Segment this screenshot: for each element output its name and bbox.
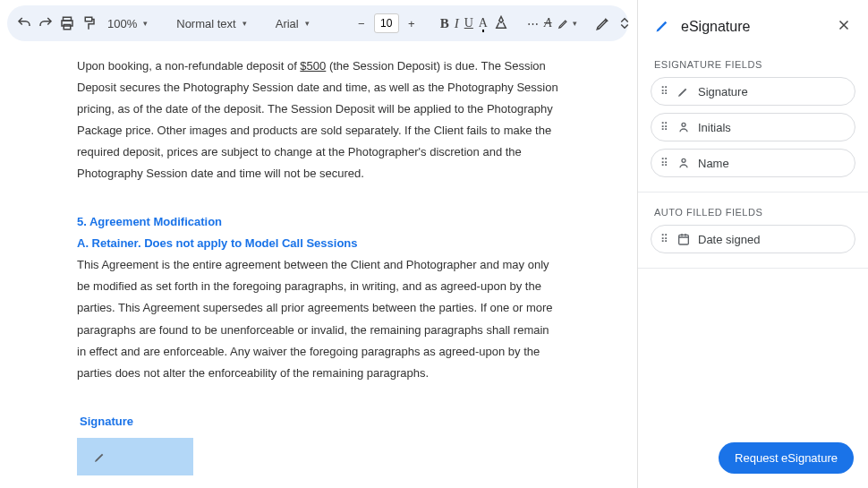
field-label: Name	[698, 157, 729, 170]
pen-icon	[654, 16, 672, 38]
paragraph: Upon booking, a non-refundable deposit o…	[77, 56, 560, 184]
more-button[interactable]: ⋯	[527, 13, 539, 34]
pen-tool-button[interactable]	[557, 13, 577, 34]
drag-handle-icon: ⠿	[660, 121, 669, 133]
field-date-signed[interactable]: ⠿ Date signed	[651, 225, 855, 253]
section-label: AUTO FILLED FIELDS	[638, 196, 868, 225]
person-icon	[677, 156, 691, 170]
increase-font-button[interactable]: +	[401, 13, 422, 34]
svg-point-4	[682, 158, 685, 162]
section-heading: 5. Agreement Modification	[77, 211, 560, 233]
document-body[interactable]: Upon booking, a non-refundable deposit o…	[23, 47, 614, 488]
signature-label: Signature	[80, 411, 560, 432]
close-button[interactable]	[836, 17, 852, 37]
bold-button[interactable]: B	[440, 13, 449, 34]
field-name[interactable]: ⠿ Name	[651, 149, 855, 177]
print-button[interactable]	[59, 13, 75, 34]
text-color-button[interactable]: A	[479, 13, 488, 34]
font-select[interactable]: Arial	[270, 17, 333, 30]
calendar-icon	[677, 232, 691, 246]
pen-icon	[93, 449, 107, 464]
paint-format-button[interactable]	[81, 13, 97, 34]
zoom-select[interactable]: 100%	[102, 17, 153, 30]
sub-heading: A. Retainer. Does not apply to Model Cal…	[77, 233, 560, 254]
field-label: Signature	[698, 85, 748, 98]
field-signature[interactable]: ⠿ Signature	[651, 77, 855, 106]
section-label: ESIGNATURE FIELDS	[638, 48, 868, 77]
request-esignature-button[interactable]: Request eSignature	[719, 442, 854, 474]
style-select[interactable]: Normal text	[171, 17, 251, 30]
decrease-font-button[interactable]: −	[351, 13, 372, 34]
italic-button[interactable]: I	[455, 13, 459, 34]
drag-handle-icon: ⠿	[660, 157, 669, 169]
expand-button[interactable]	[617, 13, 633, 34]
field-initials[interactable]: ⠿ Initials	[651, 113, 855, 141]
drag-handle-icon: ⠿	[660, 85, 669, 98]
highlight-button[interactable]	[493, 13, 509, 34]
esignature-panel: eSignature ESIGNATURE FIELDS ⠿ Signature…	[637, 0, 868, 488]
clear-format-button[interactable]: A	[544, 13, 552, 34]
font-size-input[interactable]	[374, 13, 399, 33]
signature-field-drop[interactable]	[77, 438, 193, 475]
undo-button[interactable]	[16, 13, 32, 34]
svg-rect-5	[679, 235, 689, 244]
underline-button[interactable]: U	[464, 13, 473, 34]
pen-icon	[677, 84, 691, 98]
drag-handle-icon: ⠿	[660, 233, 669, 245]
field-label: Date signed	[698, 233, 760, 246]
redo-button[interactable]	[38, 13, 54, 34]
editing-mode-button[interactable]	[595, 13, 611, 34]
paragraph: This Agreement is the entire agreement b…	[77, 254, 560, 383]
toolbar: 100% Normal text Arial − + B I U A ⋯ A	[7, 5, 628, 41]
field-label: Initials	[698, 121, 731, 134]
person-icon	[677, 120, 691, 134]
svg-point-3	[682, 123, 685, 126]
panel-title: eSignature	[681, 19, 827, 35]
